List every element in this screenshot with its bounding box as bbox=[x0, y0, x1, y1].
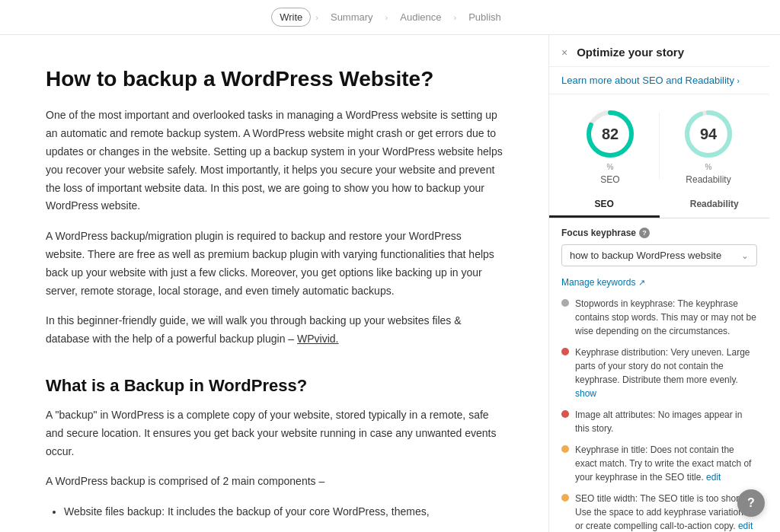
editor-area: How to backup a WordPress Website? One o… bbox=[0, 35, 548, 532]
nav-arrow-3: › bbox=[453, 13, 456, 22]
readability-percent-label: % bbox=[705, 163, 712, 171]
nav-step-audience[interactable]: Audience bbox=[392, 8, 449, 26]
focus-keyphrase-label: Focus keyphrase ? bbox=[561, 228, 757, 238]
nav-step-summary[interactable]: Summary bbox=[323, 8, 381, 26]
focus-keyphrase-section: Focus keyphrase ? ⌄ bbox=[549, 218, 769, 272]
manage-keywords-link[interactable]: Manage keywords ↗ bbox=[561, 277, 757, 288]
analysis-item: Stopwords in keyphrase: The keyphrase co… bbox=[561, 297, 757, 338]
bullet-list: Website files backup: It includes the ba… bbox=[46, 503, 503, 521]
analysis-link-edit[interactable]: edit bbox=[738, 521, 753, 531]
focus-chevron-icon: ⌄ bbox=[741, 250, 749, 261]
section2-paragraph-2: A WordPress backup is comprised of 2 mai… bbox=[46, 473, 503, 491]
sidebar-header: × Optimize your story bbox=[549, 35, 769, 67]
readability-score-item: 94 % Readability bbox=[660, 107, 757, 185]
analysis-text: SEO title width: The SEO title is too sh… bbox=[575, 492, 757, 532]
help-button[interactable]: ? bbox=[737, 489, 765, 517]
main-layout: How to backup a WordPress Website? One o… bbox=[0, 35, 780, 532]
seo-score-item: 82 % SEO bbox=[561, 107, 659, 185]
analysis-text: Keyphrase in title: Does not contain the… bbox=[575, 443, 757, 484]
top-navigation: Write › Summary › Audience › Publish bbox=[0, 0, 780, 35]
focus-input-wrap[interactable]: ⌄ bbox=[561, 244, 757, 266]
seo-score-number: 82 bbox=[602, 126, 619, 142]
plugin-link[interactable]: WPvivid. bbox=[297, 333, 338, 345]
analysis-item: Image alt attributes: No images appear i… bbox=[561, 408, 757, 435]
focus-help-icon[interactable]: ? bbox=[639, 228, 650, 238]
nav-step-write-label: Write bbox=[280, 11, 302, 23]
readability-score-circle: 94 bbox=[681, 107, 736, 161]
analysis-link-show[interactable]: show bbox=[575, 388, 596, 399]
score-section: 82 % SEO 94 % Readability bbox=[549, 94, 769, 185]
external-link-icon: ↗ bbox=[638, 278, 645, 288]
dot-orange-icon bbox=[561, 494, 569, 502]
sidebar-title: Optimize your story bbox=[577, 46, 684, 59]
nav-step-summary-label: Summary bbox=[331, 11, 373, 23]
nav-step-publish-label: Publish bbox=[468, 11, 501, 23]
nav-step-publish[interactable]: Publish bbox=[461, 8, 509, 26]
dot-red-icon bbox=[561, 348, 569, 355]
optimize-sidebar: × Optimize your story Learn more about S… bbox=[548, 35, 769, 532]
section2-title: What is a Backup in WordPress? bbox=[46, 376, 503, 396]
close-icon[interactable]: × bbox=[561, 46, 567, 59]
chevron-right-icon: › bbox=[737, 77, 740, 85]
nav-arrow-2: › bbox=[385, 13, 388, 22]
seo-readability-link[interactable]: Learn more about SEO and Readability › bbox=[549, 67, 769, 94]
article-title: How to backup a WordPress Website? bbox=[46, 65, 503, 93]
list-item: Website files backup: It includes the ba… bbox=[64, 503, 503, 521]
analysis-text: Image alt attributes: No images appear i… bbox=[575, 408, 757, 435]
analysis-text: Stopwords in keyphrase: The keyphrase co… bbox=[575, 297, 757, 338]
tab-readability[interactable]: Readability bbox=[660, 193, 770, 218]
analysis-item: SEO title width: The SEO title is too sh… bbox=[561, 492, 757, 532]
score-tabs: SEO Readability bbox=[549, 193, 769, 218]
dot-gray-icon bbox=[561, 299, 569, 307]
analysis-link-edit[interactable]: edit bbox=[706, 472, 721, 483]
nav-arrow-1: › bbox=[315, 13, 318, 22]
nav-step-audience-label: Audience bbox=[400, 11, 441, 23]
readability-score-number: 94 bbox=[700, 126, 717, 142]
tab-seo[interactable]: SEO bbox=[549, 193, 660, 218]
paragraph-2: A WordPress backup/migration plugin is r… bbox=[46, 228, 503, 300]
paragraph-3: In this beginner-friendly guide, we will… bbox=[46, 312, 503, 349]
focus-keyphrase-input[interactable] bbox=[570, 250, 741, 261]
analysis-item: Keyphrase in title: Does not contain the… bbox=[561, 443, 757, 484]
nav-step-write[interactable]: Write bbox=[271, 8, 311, 27]
analysis-text: Keyphrase distribution: Very uneven. Lar… bbox=[575, 346, 757, 400]
readability-label: Readability bbox=[686, 174, 730, 185]
dot-red-icon bbox=[561, 410, 569, 418]
section2-paragraph-1: A "backup" in WordPress is a complete co… bbox=[46, 406, 503, 460]
seo-percent-label: % bbox=[607, 163, 614, 171]
dot-orange-icon bbox=[561, 445, 569, 453]
seo-score-circle: 82 bbox=[583, 107, 638, 161]
seo-label: SEO bbox=[600, 174, 619, 185]
analysis-list: Stopwords in keyphrase: The keyphrase co… bbox=[549, 294, 769, 532]
paragraph-1: One of the most important and overlooked… bbox=[46, 107, 503, 215]
analysis-item: Keyphrase distribution: Very uneven. Lar… bbox=[561, 346, 757, 400]
